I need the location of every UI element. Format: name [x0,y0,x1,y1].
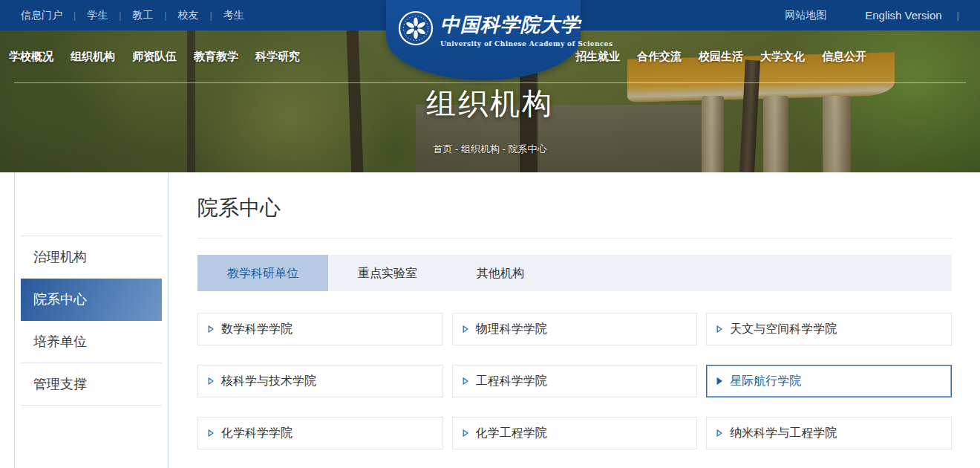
sidebar-item[interactable]: 院系中心 [21,279,162,321]
expand-arrow-icon [208,377,214,385]
logo-text-block: 中国科学院大学 University of Chinese Academy of… [440,10,612,48]
english-version-link[interactable]: English Version [865,9,941,22]
tab-bar: 教学科研单位 重点实验室 其他机构 [197,255,952,291]
topbar-separator: | [957,10,959,21]
tab[interactable]: 其他机构 [447,255,554,291]
department-name: 数学科学学院 [221,322,293,337]
topbar-link[interactable]: 教工 [132,9,177,22]
department-card[interactable]: 核科学与技术学院 [197,365,443,397]
logo-title-en: University of Chinese Academy of Science… [440,40,612,48]
expand-arrow-icon [208,325,214,333]
nav-item[interactable]: 校园生活 [699,50,743,64]
department-name: 纳米科学与工程学院 [730,426,837,441]
topbar-right: 网站地图 English Version | [785,9,959,22]
department-name: 化学工程学院 [476,426,547,441]
department-card[interactable]: 工程科学学院 [452,365,698,397]
nav-item[interactable]: 组织机构 [71,50,115,64]
sidebar-menu: 治理机构 院系中心 培养单位 管理支撑 [15,172,168,406]
tab[interactable]: 重点实验室 [328,255,447,291]
section-divider [197,238,952,238]
expand-arrow-icon [716,377,722,385]
topbar-link[interactable]: 信息门户 [21,9,87,22]
ucas-seal-icon [398,10,434,46]
department-card[interactable]: 天文与空间科学学院 [706,313,952,345]
sidebar-item[interactable]: 培养单位 [21,321,162,363]
expand-arrow-icon [463,325,468,333]
department-name: 化学科学学院 [221,426,293,441]
sitemap-link[interactable]: 网站地图 [785,9,826,22]
department-name: 核科学与技术学院 [221,374,316,389]
main-content: 院系中心 教学科研单位 重点实验室 其他机构 数学科学学院 [197,172,952,449]
sidebar-item[interactable]: 治理机构 [21,236,162,279]
nav-left-group: 学校概况 组织机构 师资队伍 教育教学 科学研究 [9,30,300,82]
nav-item[interactable]: 招生就业 [575,50,620,64]
department-name: 物理科学学院 [476,322,547,337]
expand-arrow-icon [463,429,468,437]
section-title: 院系中心 [197,172,952,222]
page-title: 组织机构 [0,83,980,124]
nav-item[interactable]: 师资队伍 [132,50,177,64]
expand-arrow-icon [208,429,214,437]
topbar-links: 信息门户 学生 教工 校友 考生 [21,9,244,22]
nav-item[interactable]: 大学文化 [760,50,805,64]
sidebar-spacer [21,172,162,236]
department-card[interactable]: 数学科学学院 [197,313,443,345]
department-card[interactable]: 化学科学学院 [197,417,443,449]
topbar-link[interactable]: 校友 [177,9,223,22]
sidebar: 治理机构 院系中心 培养单位 管理支撑 [14,172,169,468]
nav-item[interactable]: 学校概况 [9,50,53,64]
department-card[interactable]: 化学工程学院 [452,417,698,449]
topbar-link[interactable]: 学生 [87,9,132,22]
nav-right-group: 招生就业 合作交流 校园生活 大学文化 信息公开 [575,30,866,82]
breadcrumb[interactable]: 首页 - 组织机构 - 院系中心 [0,143,980,156]
department-grid: 数学科学学院 物理科学学院 天文与空间科学学院 [197,313,952,449]
department-name: 工程科学学院 [476,374,547,389]
topbar-link[interactable]: 考生 [223,9,244,22]
expand-arrow-icon [716,429,722,437]
page: 信息门户 学生 教工 校友 考生 网站地图 English Version | [0,0,980,468]
expand-arrow-icon [716,325,722,333]
nav-item[interactable]: 合作交流 [637,50,682,64]
nav-item[interactable]: 科学研究 [255,50,300,64]
department-card[interactable]: 物理科学学院 [452,313,698,345]
expand-arrow-icon [463,377,468,385]
sidebar-item[interactable]: 管理支撑 [21,363,162,406]
department-card[interactable]: 星际航行学院 [706,365,952,397]
department-card[interactable]: 纳米科学与工程学院 [706,417,952,449]
hero-header: 信息门户 学生 教工 校友 考生 网站地图 English Version | [0,0,980,172]
logo-title-cn: 中国科学院大学 [440,12,612,38]
nav-item[interactable]: 教育教学 [194,50,238,64]
tab[interactable]: 教学科研单位 [197,255,328,291]
department-name: 天文与空间科学学院 [730,322,837,337]
department-name: 星际航行学院 [730,374,801,389]
nav-item[interactable]: 信息公开 [822,50,866,64]
